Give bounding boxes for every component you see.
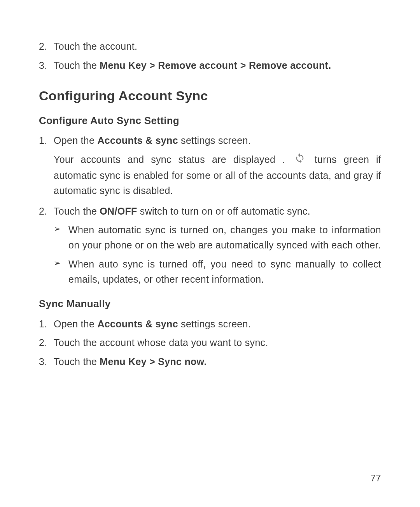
bullet-item: ➢ When automatic sync is turned on, chan…: [54, 222, 381, 253]
page-content: 2. Touch the account. 3. Touch the Menu …: [39, 39, 381, 369]
section-heading: Configuring Account Sync: [39, 86, 381, 106]
list-text: Touch the Menu Key > Remove account > Re…: [54, 58, 381, 73]
list-text: Open the Accounts & sync settings screen…: [54, 316, 381, 332]
list-text: Touch the account.: [54, 39, 381, 54]
list-item: 2. Touch the account.: [39, 39, 381, 54]
list-number: 2.: [39, 39, 54, 54]
bullet-item: ➢ When auto sync is turned off, you need…: [54, 257, 381, 287]
list-number: 1.: [39, 316, 54, 332]
list-text: Touch the Menu Key > Sync now.: [54, 354, 381, 369]
list-text: Open the Accounts & sync settings screen…: [54, 133, 381, 148]
list-text: Touch the account whose data you want to…: [54, 335, 381, 350]
list-item: 1. Open the Accounts & sync settings scr…: [39, 133, 381, 148]
bullet-text: When automatic sync is turned on, change…: [68, 222, 381, 253]
list-item: 1. Open the Accounts & sync settings scr…: [39, 316, 381, 332]
list-number: 2.: [39, 335, 54, 350]
list-item: 3. Touch the Menu Key > Sync now.: [39, 354, 381, 369]
bullet-symbol: ➢: [54, 222, 68, 253]
sync-icon: [294, 153, 305, 168]
subsection-heading: Configure Auto Sync Setting: [39, 113, 381, 128]
bullet-text: When auto sync is turned off, you need t…: [68, 257, 381, 287]
page-number: 77: [371, 473, 381, 484]
bullet-symbol: ➢: [54, 257, 68, 287]
list-number: 3.: [39, 354, 54, 369]
list-item: 3. Touch the Menu Key > Remove account >…: [39, 58, 381, 73]
list-item: 2. Touch the account whose data you want…: [39, 335, 381, 350]
list-item: 2. Touch the ON/OFF switch to turn on or…: [39, 204, 381, 219]
list-number: 1.: [39, 133, 54, 148]
subsection-heading: Sync Manually: [39, 296, 381, 311]
list-text: Touch the ON/OFF switch to turn on or of…: [54, 204, 381, 219]
list-number: 3.: [39, 58, 54, 73]
paragraph: Your accounts and sync status are displa…: [54, 152, 381, 198]
list-number: 2.: [39, 204, 54, 219]
